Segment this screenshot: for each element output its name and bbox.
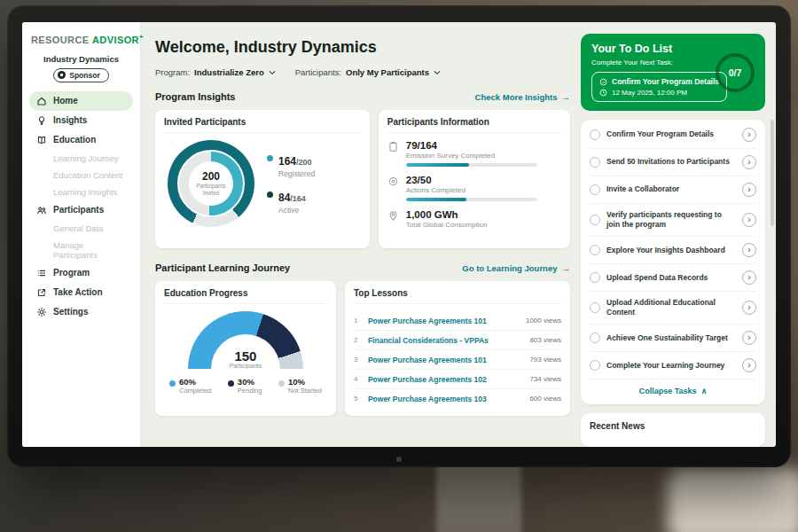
task-checkbox[interactable] <box>590 245 600 255</box>
task-row[interactable]: Confirm Your Program Details › <box>590 121 756 149</box>
sidebar-item-education[interactable]: Education <box>29 130 133 150</box>
donut-legend: 164/200 Registered 84/164 Active <box>267 153 315 215</box>
sidebar-item-participants[interactable]: Participants <box>29 200 133 220</box>
check-more-insights-link[interactable]: Check More Insights → <box>475 92 570 102</box>
program-dropdown[interactable]: Program: Industrialize Zero <box>155 67 276 77</box>
lesson-row: 5 Power Purchase Agreements 103 600 view… <box>354 389 561 408</box>
lesson-link[interactable]: Power Purchase Agreements 102 <box>368 375 524 384</box>
book-icon <box>36 135 47 145</box>
lesson-row: 2 Financial Considerations - VPPAs 803 v… <box>354 331 561 350</box>
lesson-link[interactable]: Power Purchase Agreements 101 <box>368 356 524 364</box>
lesson-row: 4 Power Purchase Agreements 102 734 view… <box>354 370 561 389</box>
scrollbar[interactable] <box>771 120 774 226</box>
sidebar-item-learning-insights[interactable]: Learning Insights <box>29 184 133 200</box>
learning-journey-title: Participant Learning Journey <box>155 262 290 273</box>
actions-completed-row: 23/50 Actions Completed <box>387 175 561 201</box>
collapse-tasks-link[interactable]: Collapse Tasks ∧ <box>590 379 756 403</box>
sidebar-item-learning-journey[interactable]: Learning Journey <box>29 150 133 167</box>
task-row[interactable]: Complete Your Learning Journey › <box>590 352 756 379</box>
sidebar-item-manage-participants[interactable]: Manage Participants <box>29 237 133 263</box>
sidebar-item-take-action[interactable]: Take Action <box>29 283 133 302</box>
task-checkbox[interactable] <box>590 184 600 195</box>
chevron-right-icon[interactable]: › <box>742 155 756 169</box>
todo-progress-ring: 0/7 <box>716 53 755 92</box>
sidebar-item-home[interactable]: Home <box>29 91 133 111</box>
clipboard-icon <box>387 141 399 153</box>
lesson-link[interactable]: Power Purchase Agreements 101 <box>368 317 520 325</box>
target-icon <box>387 176 399 187</box>
task-row[interactable]: Upload Spend Data Records › <box>590 264 756 292</box>
task-row[interactable]: Achieve One Sustainability Target › <box>590 325 756 352</box>
chevron-down-icon <box>434 70 441 75</box>
task-list: Confirm Your Program Details › Send 50 I… <box>581 120 765 404</box>
chevron-right-icon[interactable]: › <box>742 213 756 227</box>
app-logo: RESOURCE ADVISOR+ <box>22 31 140 51</box>
list-icon <box>36 268 47 278</box>
map-pin-icon <box>387 210 399 222</box>
dashboard-screen: RESOURCE ADVISOR+ Industry Dynamics Spon… <box>22 22 776 447</box>
monitor-frame: RESOURCE ADVISOR+ Industry Dynamics Spon… <box>7 5 791 467</box>
recent-news-title: Recent News <box>590 421 645 431</box>
sidebar-item-general-data[interactable]: General Data <box>29 220 133 237</box>
lesson-link[interactable]: Power Purchase Agreements 103 <box>368 395 524 403</box>
chevron-right-icon[interactable]: › <box>742 331 756 345</box>
gauge-center-label: 150 Participants <box>188 349 303 369</box>
task-checkbox[interactable] <box>590 215 600 225</box>
legend-not-started: 10% Not Started <box>278 378 322 395</box>
sidebar-item-insights[interactable]: Insights <box>29 111 133 130</box>
lesson-row: 3 Power Purchase Agreements 101 793 view… <box>354 350 561 370</box>
logo-advisor: ADVISOR <box>92 35 139 45</box>
check-circle-icon <box>599 78 607 86</box>
task-checkbox[interactable] <box>590 332 600 343</box>
org-name: Industry Dynamics <box>22 54 140 64</box>
lesson-row: 1 Power Purchase Agreements 101 1000 vie… <box>354 311 561 331</box>
sidebar-item-program[interactable]: Program <box>29 263 133 283</box>
task-checkbox[interactable] <box>590 157 600 168</box>
photo-background: RESOURCE ADVISOR+ Industry Dynamics Spon… <box>0 0 798 532</box>
sidebar-nav: Home Insights Education Learning Journey… <box>22 91 140 322</box>
task-checkbox[interactable] <box>590 129 600 140</box>
sidebar: RESOURCE ADVISOR+ Industry Dynamics Spon… <box>22 22 141 447</box>
chevron-right-icon[interactable]: › <box>742 270 756 285</box>
legend-dot <box>278 380 285 387</box>
gauge-legend: 60% Completed 30% Pending 10% <box>164 378 327 395</box>
sidebar-item-education-content[interactable]: Education Content <box>29 167 133 184</box>
clock-icon <box>599 89 607 97</box>
sponsor-icon <box>58 71 66 79</box>
participants-dropdown[interactable]: Participants: Only My Participants <box>295 67 441 77</box>
filters-row: Program: Industrialize Zero Participants… <box>155 67 570 77</box>
go-to-learning-journey-link[interactable]: Go to Learning Journey → <box>462 263 570 273</box>
chevron-right-icon[interactable]: › <box>742 358 756 372</box>
chevron-right-icon[interactable]: › <box>742 183 756 197</box>
sidebar-item-settings[interactable]: Settings <box>29 302 133 322</box>
task-checkbox[interactable] <box>590 302 600 313</box>
consumption-row: 1,000 GWh Total Global Consumption <box>387 209 561 232</box>
main-content: Welcome, Industry Dynamics Program: Indu… <box>141 22 581 447</box>
chevron-right-icon[interactable]: › <box>742 243 756 257</box>
recent-news-card: Recent News <box>581 413 765 447</box>
invited-donut-chart: 200 Participants Invited <box>168 140 254 227</box>
monitor-stand <box>436 461 521 532</box>
arrow-right-icon: → <box>562 92 571 102</box>
chevron-right-icon[interactable]: › <box>742 128 756 142</box>
task-checkbox[interactable] <box>590 360 600 371</box>
task-checkbox[interactable] <box>590 272 600 283</box>
legend-registered: 164/200 Registered <box>267 153 315 178</box>
actions-progress-bar <box>406 198 537 201</box>
task-row[interactable]: Upload Additional Educational Content › <box>590 292 756 325</box>
external-action-icon <box>36 287 47 298</box>
task-row[interactable]: Send 50 Invitations to Participants › <box>590 149 756 176</box>
lesson-link[interactable]: Financial Considerations - VPPAs <box>368 336 524 345</box>
lightbulb-icon <box>36 115 47 126</box>
people-icon <box>36 205 47 215</box>
task-row[interactable]: Explore Your Insights Dashboard › <box>590 237 756 264</box>
top-lessons-card: Top Lessons 1 Power Purchase Agreements … <box>345 281 570 416</box>
chevron-right-icon[interactable]: › <box>742 301 756 315</box>
page-title: Welcome, Industry Dynamics <box>155 38 570 57</box>
task-row[interactable]: Invite a Collaborator › <box>590 176 756 204</box>
education-progress-card: Education Progress 150 Participants <box>155 281 336 416</box>
next-task-box[interactable]: Confirm Your Program Details 12 May 2025… <box>591 72 727 102</box>
legend-active: 84/164 Active <box>267 189 315 215</box>
task-row[interactable]: Verify participants requesting to join t… <box>590 204 756 237</box>
program-insights-title: Program Insights <box>155 91 235 102</box>
